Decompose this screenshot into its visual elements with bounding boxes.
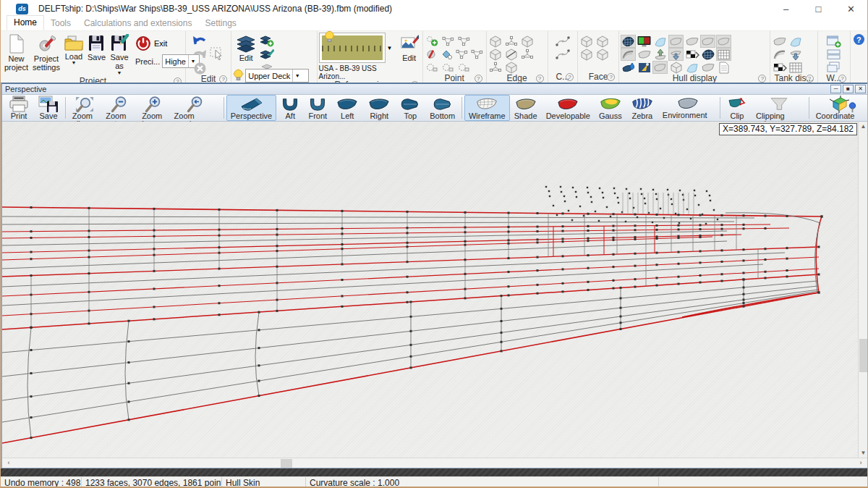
reference-edit-button[interactable]: Edit	[398, 33, 421, 64]
layers-edit-button[interactable]: Edit	[233, 33, 259, 64]
hull-display-tool-icon[interactable]	[700, 48, 715, 61]
tank-tool-icon[interactable]	[772, 35, 787, 48]
face-tool-icon[interactable]	[579, 35, 595, 48]
scroll-left-icon[interactable]: ‹	[4, 458, 14, 468]
scroll-down-icon[interactable]: ▼	[859, 448, 867, 458]
model-viewport[interactable]: X=389.743, Y=327.789, Z=84.182 ▲ ▼	[2, 122, 867, 458]
hull-display-tool-icon[interactable]	[621, 48, 636, 61]
zoom-previous-button[interactable]: Zoom previous	[170, 95, 221, 121]
save-project-button[interactable]: Save	[85, 33, 108, 63]
point-help-icon[interactable]: ?	[475, 75, 482, 83]
hull-display-tool-icon[interactable]	[716, 61, 731, 74]
coordinate-axes-button[interactable]: Coordinate axes	[812, 95, 867, 121]
hull-display-tool-icon[interactable]	[637, 48, 652, 61]
save-as-dropdown-caret[interactable]: ▼	[117, 71, 122, 75]
point-tool-icon[interactable]	[456, 35, 472, 48]
minimize-button[interactable]: –	[770, 0, 802, 17]
close-button[interactable]: ✕	[835, 0, 867, 17]
view-top-button[interactable]: Top	[395, 95, 425, 121]
edge-tool-icon[interactable]	[488, 61, 503, 74]
new-project-button[interactable]: New project	[2, 33, 30, 74]
hull-display-tool-icon[interactable]	[684, 35, 699, 48]
tank-display-help-icon[interactable]: ?	[806, 75, 814, 83]
window-help-icon[interactable]: ?	[838, 75, 846, 83]
horizontal-scrollbar[interactable]: ‹ ›	[2, 458, 867, 468]
curve-tool-icon[interactable]	[555, 35, 570, 48]
view-right-button[interactable]: Right	[363, 95, 395, 121]
mode-wireframe-button[interactable]: Wireframe	[464, 95, 510, 121]
viewport-close-icon[interactable]: ✕	[855, 85, 866, 93]
edge-tool-icon[interactable]	[504, 61, 519, 74]
active-layer-select[interactable]: Upper Deck ▼	[245, 69, 309, 83]
reference-caret-icon[interactable]: ▼	[387, 45, 393, 51]
save-as-button[interactable]: Save as ▼	[108, 33, 131, 77]
edge-tool-icon[interactable]	[520, 35, 535, 48]
point-tool-icon[interactable]	[425, 35, 440, 48]
tab-settings[interactable]: Settings	[198, 17, 242, 30]
curve-help-icon[interactable]: ?	[566, 73, 574, 81]
point-tool-icon[interactable]	[441, 61, 456, 74]
hull-display-tool-icon[interactable]	[668, 35, 684, 48]
new-window-icon[interactable]	[826, 35, 841, 48]
reference-image-thumbnail[interactable]	[319, 33, 386, 63]
help-button[interactable]: ?	[854, 34, 864, 45]
mode-zebra-button[interactable]: Zebra	[626, 95, 658, 121]
cascade-windows-icon[interactable]	[826, 61, 841, 74]
tab-tools[interactable]: Tools	[44, 17, 77, 30]
add-layer-icon[interactable]	[259, 34, 274, 47]
edge-tool-icon[interactable]	[504, 48, 519, 61]
hull-display-tool-icon[interactable]	[716, 48, 731, 61]
zoom-out-button[interactable]: Zoom out	[101, 95, 137, 121]
edge-tool-icon[interactable]	[488, 35, 503, 48]
clip-button[interactable]: Clip	[723, 95, 752, 121]
save-view-button[interactable]: Save	[34, 95, 63, 121]
mode-gauss-button[interactable]: Gauss	[595, 95, 626, 121]
curve-tool-icon[interactable]	[555, 48, 570, 61]
load-button[interactable]: Load ▼	[62, 33, 85, 67]
view-aft-button[interactable]: Aft	[276, 95, 304, 121]
tank-tool-icon[interactable]	[788, 61, 803, 74]
point-tool-icon[interactable]	[425, 48, 439, 61]
hull-display-tool-icon[interactable]	[668, 61, 684, 74]
hull-display-tool-icon[interactable]	[700, 35, 715, 48]
project-settings-button[interactable]: Project settings	[30, 33, 62, 74]
tank-tool-icon[interactable]	[788, 35, 803, 48]
load-dropdown-caret[interactable]: ▼	[71, 61, 76, 65]
mode-shade-button[interactable]: Shade	[510, 95, 542, 121]
face-help-icon[interactable]: ?	[607, 73, 615, 81]
face-tool-icon[interactable]	[595, 48, 610, 61]
hull-display-tool-icon[interactable]	[621, 35, 636, 48]
mode-environment-map-button[interactable]: Environment map	[658, 95, 718, 121]
clipping-volume-button[interactable]: Clipping volume	[752, 95, 807, 121]
edge-tool-icon[interactable]	[504, 35, 519, 48]
view-bottom-button[interactable]: Bottom	[425, 95, 459, 121]
tank-tool-icon[interactable]	[772, 48, 787, 61]
tile-windows-icon[interactable]	[826, 48, 841, 61]
face-tool-icon[interactable]	[595, 35, 610, 48]
hull-display-tool-icon[interactable]	[652, 35, 668, 48]
point-tool-icon[interactable]	[456, 61, 472, 74]
mode-developable-button[interactable]: Developable	[542, 95, 595, 121]
hull-display-tool-icon[interactable]	[716, 35, 731, 48]
vertical-scroll-thumb[interactable]	[859, 339, 867, 372]
scroll-up-icon[interactable]: ▲	[859, 122, 867, 131]
hull-display-tool-icon[interactable]	[621, 61, 636, 74]
hull-display-tool-icon[interactable]	[700, 61, 715, 74]
redo-icon[interactable]	[192, 48, 208, 61]
face-tool-icon[interactable]	[579, 48, 595, 61]
tab-home[interactable]: Home	[7, 15, 44, 30]
pin-toolbar-icon[interactable]	[848, 102, 857, 113]
point-tool-icon[interactable]	[440, 48, 454, 61]
undo-icon[interactable]	[192, 34, 208, 47]
hull-display-tool-icon[interactable]	[637, 61, 652, 74]
view-front-button[interactable]: Front	[304, 95, 331, 121]
viewport-minimize-icon[interactable]: ─	[830, 85, 841, 93]
tab-calculations[interactable]: Calculations and extensions	[77, 17, 198, 30]
select-cursor-icon[interactable]	[210, 47, 225, 60]
point-tool-icon[interactable]	[455, 48, 469, 61]
maximize-button[interactable]: □	[802, 0, 835, 17]
vertical-scrollbar[interactable]: ▲ ▼	[858, 122, 867, 458]
zoom-in-button[interactable]: Zoom in	[137, 95, 169, 121]
reference-visibility-bulb-icon[interactable]	[324, 30, 335, 44]
edit-layer-icon[interactable]	[259, 48, 274, 61]
